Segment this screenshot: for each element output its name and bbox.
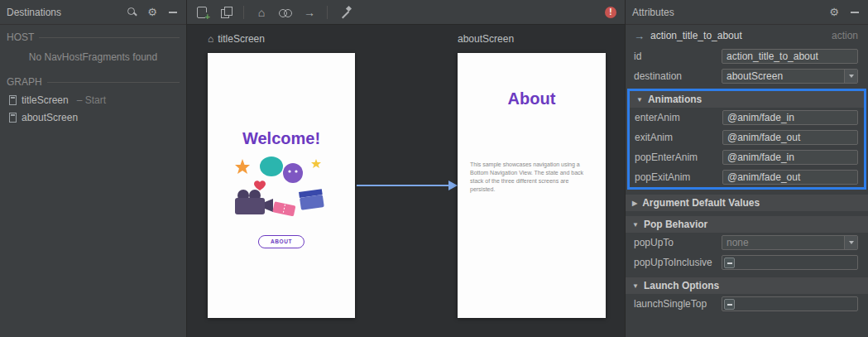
deep-link-icon[interactable]: [279, 6, 292, 19]
minimize-icon[interactable]: [166, 6, 180, 19]
gear-icon[interactable]: ⚙: [146, 6, 159, 19]
exitanim-row: exitAnim: [630, 128, 864, 147]
attributes-title: Attributes: [632, 7, 820, 18]
id-field[interactable]: [722, 49, 858, 64]
new-destination-icon[interactable]: +: [195, 6, 209, 19]
attributes-header: Attributes ⚙: [626, 0, 868, 25]
attributes-panel: Attributes ⚙ → action_title_to_about act…: [625, 0, 868, 337]
exitanim-field[interactable]: [722, 130, 858, 145]
collapse-triangle-icon: ▼: [632, 221, 639, 229]
popuptoinclusive-row: popUpToInclusive: [626, 253, 868, 272]
tree-item-label: titleScreen: [22, 94, 69, 106]
home-icon[interactable]: ⌂: [255, 6, 268, 19]
graph-section-header: GRAPH: [0, 73, 186, 91]
graph-section-label: GRAPH: [7, 76, 42, 88]
title-illustration: [228, 152, 334, 227]
selected-action-row: → action_title_to_about action: [626, 25, 868, 46]
popuptoinclusive-checkbox[interactable]: [722, 255, 858, 270]
sidebar-item-titlescreen[interactable]: titleScreen – Start: [0, 91, 186, 108]
tree-item-label: aboutScreen: [22, 112, 78, 123]
canvas-toolbar: + ⌂ → !: [187, 0, 625, 25]
gear-icon[interactable]: ⚙: [827, 6, 841, 19]
id-label: id: [634, 51, 722, 62]
error-badge-icon[interactable]: !: [605, 7, 616, 18]
indeterminate-checkbox-icon: [724, 258, 735, 268]
destination-dropdown[interactable]: aboutScreen: [722, 69, 858, 84]
titlescreen-label[interactable]: ⌂ titleScreen: [208, 33, 265, 45]
about-heading: About: [458, 89, 606, 108]
action-arrow[interactable]: [357, 179, 458, 192]
animations-selection-box: ▼ Animations enterAnim exitAnim popEnter…: [627, 89, 866, 190]
host-empty-message: No NavHostFragments found: [0, 46, 186, 70]
argument-defaults-section-header[interactable]: ▶ Argument Default Values: [626, 195, 868, 211]
screen-icon: [9, 95, 17, 105]
popenteranim-row: popEnterAnim: [630, 147, 864, 167]
popexitanim-field[interactable]: [722, 170, 858, 185]
host-section-label: HOST: [7, 31, 34, 43]
search-icon[interactable]: [125, 6, 138, 19]
nav-graph-canvas[interactable]: ⌂ titleScreen Welcome!: [187, 25, 625, 337]
collapse-triangle-icon: ▼: [636, 96, 643, 104]
action-arrow-icon: →: [634, 30, 645, 42]
about-body-text: This sample showcases navigation using a…: [470, 161, 595, 195]
host-section-header: HOST: [0, 28, 186, 46]
duplicate-icon[interactable]: [219, 6, 233, 19]
launch-options-section-header[interactable]: ▼ Launch Options: [626, 277, 868, 294]
minimize-icon[interactable]: [848, 6, 861, 19]
enteranim-field[interactable]: [722, 110, 858, 125]
action-kind: action: [832, 30, 858, 41]
sidebar-item-aboutscreen[interactable]: aboutScreen: [0, 108, 186, 126]
pop-behavior-section-header[interactable]: ▼ Pop Behavior: [626, 216, 868, 233]
destinations-header: Destinations ⚙: [0, 0, 186, 25]
about-button[interactable]: ABOUT: [258, 235, 305, 248]
destinations-title: Destinations: [7, 7, 117, 18]
launchsingletop-checkbox[interactable]: [722, 296, 858, 311]
titlescreen-preview[interactable]: Welcome!: [208, 53, 355, 318]
animations-section-header[interactable]: ▼ Animations: [630, 91, 864, 108]
start-destination-suffix: – Start: [77, 94, 106, 106]
expand-triangle-icon: ▶: [632, 200, 637, 207]
destination-label: destination: [634, 70, 722, 82]
launchsingletop-row: launchSingleTop: [626, 294, 868, 314]
add-action-icon[interactable]: →: [303, 6, 316, 19]
popupto-dropdown[interactable]: none: [722, 235, 858, 250]
welcome-heading: Welcome!: [208, 129, 355, 148]
chevron-down-icon: [844, 236, 857, 249]
aboutscreen-preview[interactable]: About This sample showcases navigation u…: [458, 53, 606, 318]
chevron-down-icon: [844, 70, 857, 83]
action-name: action_title_to_about: [650, 30, 826, 41]
popexitanim-row: popExitAnim: [630, 167, 864, 187]
aboutscreen-label[interactable]: aboutScreen: [458, 33, 514, 45]
indeterminate-checkbox-icon: [724, 299, 735, 310]
enteranim-row: enterAnim: [630, 108, 864, 128]
screen-icon: [9, 113, 17, 123]
auto-arrange-icon[interactable]: [338, 6, 352, 19]
destinations-panel: Destinations ⚙ HOST No NavHostFragments …: [0, 0, 187, 337]
start-destination-home-icon: ⌂: [208, 34, 213, 44]
popupto-row: popUpTo none: [626, 233, 868, 253]
id-row: id: [626, 46, 868, 66]
collapse-triangle-icon: ▼: [632, 282, 639, 290]
destination-row: destination aboutScreen: [626, 66, 868, 86]
nav-editor: + ⌂ → ! ⌂ titleScreen Welcome!: [187, 0, 625, 337]
popenteranim-field[interactable]: [722, 150, 858, 165]
